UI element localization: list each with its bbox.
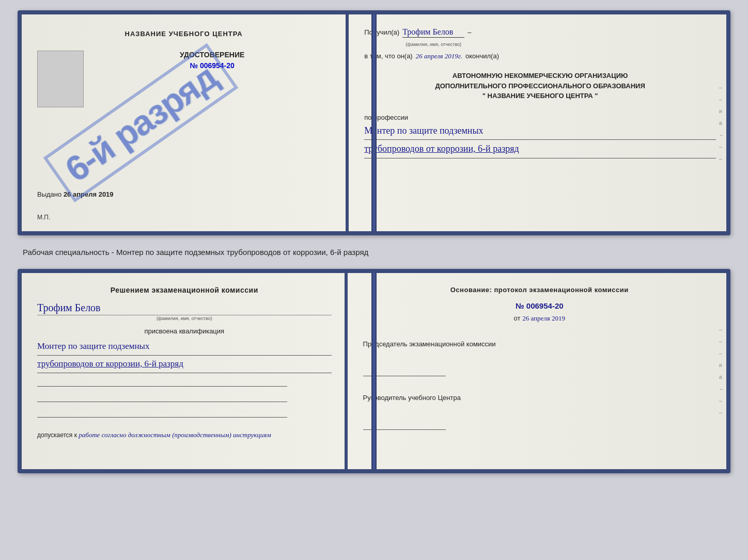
cert-doc-type: УДОСТОВЕРЕНИЕ <box>94 51 330 59</box>
cert-top-left: НАЗВАНИЕ УЧЕБНОГО ЦЕНТРА УДОСТОВЕРЕНИЕ №… <box>22 14 349 231</box>
certificate-bottom: Решением экзаменационной комиссии Трофим… <box>18 269 730 473</box>
bottom-name-annotation: (фамилия, имя, отчество) <box>37 315 332 321</box>
profession-value2: трубопроводов от коррозии, 6-й разряд <box>364 141 716 158</box>
cert-number: № 006954-20 <box>94 61 330 70</box>
chairman-signature <box>363 367 446 376</box>
cert-issued: Выдано 26 апреля 2019 <box>37 180 330 198</box>
profession-value1: Монтер по защите подземных <box>364 123 716 140</box>
bottom-right-edge-marks: – – – и а ← – – <box>719 327 724 415</box>
cert-bottom-right: Основание: протокол экзаменационной коми… <box>348 273 726 469</box>
cert-title: НАЗВАНИЕ УЧЕБНОГО ЦЕНТРА <box>37 30 330 38</box>
bottom-date: от 26 апреля 2019 <box>363 314 716 323</box>
bottom-name: Трофим Белов <box>37 302 332 314</box>
certificate-top: НАЗВАНИЕ УЧЕБНОГО ЦЕНТРА УДОСТОВЕРЕНИЕ №… <box>18 10 730 235</box>
chairman-label: Председатель экзаменационной комиссии <box>363 340 716 349</box>
bottom-profession2: трубопроводов от коррозии, 6-й разряд <box>37 357 332 373</box>
separator-text: Рабочая специальность - Монтер по защите… <box>18 245 730 260</box>
director-label: Руководитель учебного Центра <box>363 393 716 403</box>
name-annotation: (фамилия, имя, отчество) <box>406 42 716 47</box>
allowed-text: допускается к работе согласно должностны… <box>37 431 332 439</box>
org-block: АВТОНОМНУЮ НЕКОММЕРЧЕСКУЮ ОРГАНИЗАЦИЮ ДО… <box>364 71 716 101</box>
blank-line-1 <box>37 377 287 387</box>
received-line: Получил(а) Трофим Белов – <box>364 27 716 38</box>
blank-line-3 <box>37 408 287 418</box>
commission-label: Решением экзаменационной комиссии <box>37 286 332 294</box>
cert-photo-placeholder <box>37 51 84 107</box>
profession-label: по профессии <box>364 114 716 121</box>
bottom-number: № 006954-20 <box>363 301 716 310</box>
assigned-label: присвоена квалификация <box>37 327 332 335</box>
mp-label: М.П. <box>37 214 330 221</box>
blank-line-2 <box>37 393 287 402</box>
director-signature <box>363 421 446 430</box>
cert-top-right: Получил(а) Трофим Белов – (фамилия, имя,… <box>349 14 726 231</box>
bottom-profession1: Монтер по защите подземных <box>37 339 332 356</box>
osnov-label: Основание: протокол экзаменационной коми… <box>363 286 716 294</box>
right-edge-marks: – – и а ← – – <box>719 85 724 162</box>
in-that-line: в том, что он(а) 26 апреля 2019г. окончи… <box>364 52 716 60</box>
cert-bottom-left: Решением экзаменационной комиссии Трофим… <box>22 273 348 469</box>
